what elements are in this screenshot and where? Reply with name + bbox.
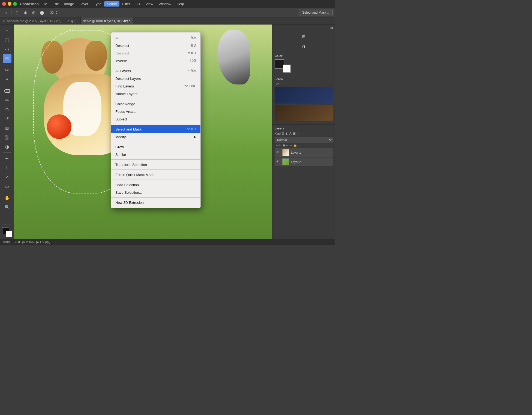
menu-file[interactable]: File <box>39 1 50 7</box>
menu-item-reselect-shortcut: ⇧⌘D <box>188 51 196 55</box>
menu-item-quick-mask[interactable]: Edit in Quick Mask Mode <box>111 171 200 178</box>
menu-item-grow[interactable]: Grow <box>111 143 200 151</box>
menu-item-inverse[interactable]: Inverse ⇧⌘I <box>111 57 200 65</box>
menu-item-all[interactable]: All ⌘A <box>111 34 200 42</box>
lock-row: Lock: ▣ ✏ ↔ 🔒 <box>275 144 333 147</box>
menu-item-color-range[interactable]: Color Range... <box>111 100 200 108</box>
maximize-button[interactable] <box>13 2 17 6</box>
lock-pixels-button[interactable]: ✏ <box>286 144 288 147</box>
minimize-button[interactable] <box>8 2 11 6</box>
layer-thumbnail-2 <box>282 158 289 165</box>
menu-filter[interactable]: Filter <box>119 1 133 7</box>
mac-controls <box>2 2 17 6</box>
more-tools-button[interactable]: … <box>3 214 11 223</box>
panel-icon-adjust[interactable]: ◑ <box>299 42 308 51</box>
layers-filter-toggle[interactable]: ○ <box>297 132 299 135</box>
pen-tool[interactable]: ✒ <box>3 154 11 163</box>
learn-item-2[interactable] <box>275 105 333 121</box>
layers-filter-icon-4[interactable]: ▣ <box>293 132 296 135</box>
menu-help[interactable]: Help <box>174 1 187 7</box>
menu-view[interactable]: View <box>143 1 156 7</box>
menu-item-deselect-layers[interactable]: Deselect Layers <box>111 75 200 82</box>
menu-item-find-layers[interactable]: Find Layers ⌥⇧⌘F <box>111 82 200 90</box>
menu-item-new-3d-extrusion[interactable]: New 3D Extrusion <box>111 199 200 206</box>
lock-position-button[interactable]: ↔ <box>289 144 292 147</box>
layers-blend-row: Normal <box>275 137 333 143</box>
menu-item-select-and-mask[interactable]: Select and Mask... ⌥⌘R <box>111 125 200 133</box>
toolbar-right: Select and Mask... <box>299 9 333 16</box>
menu-item-all-layers-shortcut: ⌥⌘A <box>187 69 196 73</box>
menu-item-similar[interactable]: Similar <box>111 151 200 158</box>
menu-item-all-layers[interactable]: All Layers ⌥⌘A <box>111 67 200 75</box>
gradient-tool[interactable]: ▒ <box>3 133 11 142</box>
move-tool[interactable]: ↔ <box>3 26 11 35</box>
layers-filter-icon-1[interactable]: ⊞ <box>282 132 284 135</box>
close-button[interactable] <box>2 2 6 6</box>
magic-wand-tool[interactable]: ⊞ <box>3 54 11 63</box>
layers-filter-icon-2[interactable]: ◐ <box>285 132 288 135</box>
menu-item-isolate-layers[interactable]: Isolate Layers <box>111 90 200 98</box>
kind-label: Kind <box>275 132 281 135</box>
home-button[interactable]: ⌂ <box>2 9 9 16</box>
layer-visibility-1[interactable]: 👁 <box>276 150 281 155</box>
learn-section: Learn Ste <box>272 75 335 125</box>
shape-tool[interactable]: ▭ <box>3 182 11 190</box>
menu-item-subject[interactable]: Subject <box>111 115 200 123</box>
panel-icon-layers[interactable]: ⊞ <box>299 32 308 41</box>
menu-layer[interactable]: Layer <box>77 1 91 7</box>
rectangular-marquee-tool[interactable]: ⬚ <box>3 35 11 44</box>
menu-item-load-selection[interactable]: Load Selection... <box>111 181 200 189</box>
selection-tool-3[interactable]: ◎ <box>30 9 37 16</box>
background-color[interactable] <box>283 65 291 73</box>
menu-select[interactable]: Select <box>104 1 119 7</box>
menu-type[interactable]: Type <box>91 1 104 7</box>
menu-edit[interactable]: Edit <box>50 1 61 7</box>
menu-item-deselect[interactable]: Deselect ⌘D <box>111 42 200 49</box>
selection-tool-2[interactable]: ◉ <box>22 9 29 16</box>
menu-image[interactable]: Image <box>61 1 77 7</box>
clone-stamp-tool[interactable]: ⊙ <box>3 105 11 114</box>
select-and-mask-button[interactable]: Select and Mask... <box>299 9 333 16</box>
tab-untitled[interactable]: tled-2 @ 100% (Layer 1, RGB/8*) * <box>81 17 133 24</box>
select-menu-dropdown: All ⌘A Deselect ⌘D Reselect ⇧⌘D <box>111 32 201 208</box>
canvas-area[interactable]: All ⌘A Deselect ⌘D Reselect ⇧⌘D <box>14 25 272 239</box>
menu-separator-5 <box>111 159 200 160</box>
angle-label: 0° <box>56 11 59 14</box>
zoom-tool[interactable]: 🔍 <box>3 203 11 211</box>
healing-brush-tool[interactable]: ⌫ <box>3 87 11 95</box>
tab-quick[interactable]: ✕ qui... <box>64 17 81 24</box>
tab-close-2[interactable]: ✕ <box>67 19 70 23</box>
toolbar-separator-1 <box>11 10 12 15</box>
menu-item-modify[interactable]: Modify ▶ <box>111 133 200 141</box>
path-selection-tool[interactable]: ↗ <box>3 172 11 181</box>
layer-item-2[interactable]: 👁 Layer 2 <box>275 157 333 166</box>
menu-3d[interactable]: 3D <box>133 1 143 7</box>
eraser-tool[interactable]: ⊠ <box>3 124 11 132</box>
menu-item-quick-mask-label: Edit in Quick Mask Mode <box>115 173 196 177</box>
hand-tool[interactable]: ✋ <box>3 193 11 202</box>
blend-mode-select[interactable]: Normal <box>275 137 333 143</box>
history-brush-tool[interactable]: ↺ <box>3 114 11 123</box>
menu-item-transform-selection[interactable]: Transform Selection <box>111 161 200 168</box>
background-color-swatch[interactable] <box>6 231 12 237</box>
layers-filter-icon-3[interactable]: A <box>289 132 291 135</box>
menu-item-save-selection[interactable]: Save Selection... <box>111 189 200 196</box>
menu-window[interactable]: Window <box>156 1 174 7</box>
tab-close-1[interactable]: ✕ <box>3 19 5 23</box>
crop-tool[interactable]: ✂ <box>3 66 11 74</box>
dodge-tool[interactable]: ◑ <box>3 142 11 151</box>
selection-tool-1[interactable]: ⬚ <box>14 9 21 16</box>
selection-tool-4[interactable]: ⬤ <box>38 9 46 16</box>
learn-item-1[interactable] <box>275 87 333 104</box>
lasso-tool[interactable]: ◌ <box>3 45 11 53</box>
lock-all-button[interactable]: 🔒 <box>293 144 297 147</box>
menu-item-focus-area[interactable]: Focus Area... <box>111 108 200 115</box>
type-tool[interactable]: T <box>3 163 11 172</box>
eyedropper-tool[interactable]: ⌖ <box>3 75 11 84</box>
layer-visibility-2[interactable]: 👁 <box>276 160 281 164</box>
layer-item-1[interactable]: 👁 Layer 1 <box>275 148 333 157</box>
tab-selection[interactable]: ✕ selection.psd @ 208% (Layer 1, RGB/8*) <box>0 17 64 24</box>
lock-transparent-button[interactable]: ▣ <box>282 144 285 147</box>
panel-collapse-button[interactable]: ≪ <box>330 26 334 30</box>
brush-tool[interactable]: ✏ <box>3 96 11 105</box>
